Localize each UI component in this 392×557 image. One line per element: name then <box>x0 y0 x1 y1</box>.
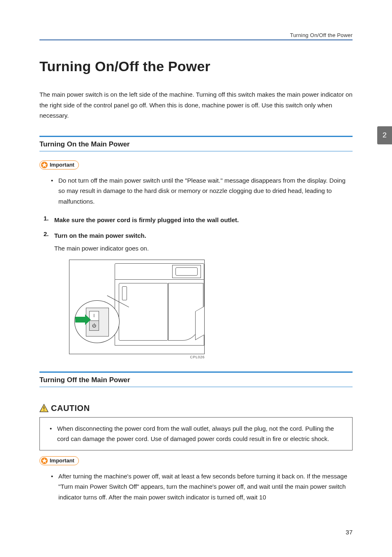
step-label: Turn on the main power switch. <box>54 232 146 239</box>
caution-box: When disconnecting the power cord from t… <box>39 417 353 450</box>
header-rule <box>39 39 353 40</box>
caution-label: CAUTION <box>39 404 90 413</box>
caution-text: CAUTION <box>51 404 90 413</box>
page-title: Turning On/Off the Power <box>39 58 353 74</box>
step-label: Make sure the power cord is firmly plugg… <box>54 216 239 223</box>
page-number: 37 <box>346 529 353 536</box>
step-note: The main power indicator goes on. <box>54 243 353 254</box>
figure: I ⏻ CPL026 <box>69 260 353 359</box>
warning-triangle-icon <box>39 404 48 413</box>
running-header: Turning On/Off the Power <box>290 32 353 38</box>
section-title-off: Turning Off the Main Power <box>39 376 353 384</box>
power-switch-callout: I ⏻ <box>74 300 124 346</box>
svg-rect-4 <box>44 410 44 411</box>
important-label: Important <box>50 162 74 168</box>
steps-list: Make sure the power cord is firmly plugg… <box>39 215 353 359</box>
list-item: Do not turn off the main power switch un… <box>51 175 353 207</box>
step-item: Make sure the power cord is firmly plugg… <box>44 215 353 225</box>
section-rule <box>39 136 353 137</box>
figure-illustration: I ⏻ <box>69 260 205 354</box>
important-tag: Important <box>39 160 79 169</box>
figure-caption: CPL026 <box>69 355 205 359</box>
important-list: Do not turn off the main power switch un… <box>39 175 353 207</box>
important-tag: Important <box>39 456 79 465</box>
list-item: After turning the machine's power off, w… <box>51 471 353 503</box>
section-title-on: Turning On the Main Power <box>39 140 353 149</box>
step-item: Turn on the main power switch. The main … <box>44 230 353 359</box>
chapter-tab: 2 <box>377 126 392 144</box>
list-item: When disconnecting the power cord from t… <box>50 423 344 444</box>
star-icon <box>41 161 48 169</box>
section-rule <box>39 371 353 373</box>
intro-paragraph: The main power switch is on the left sid… <box>39 89 353 121</box>
section-rule <box>39 151 353 151</box>
page: Turning On/Off the Power 2 Turning On/Of… <box>0 0 392 557</box>
important-list: After turning the machine's power off, w… <box>39 471 353 503</box>
important-label: Important <box>50 457 74 464</box>
section-rule <box>39 387 353 387</box>
svg-rect-3 <box>44 406 44 409</box>
star-icon <box>41 457 48 464</box>
